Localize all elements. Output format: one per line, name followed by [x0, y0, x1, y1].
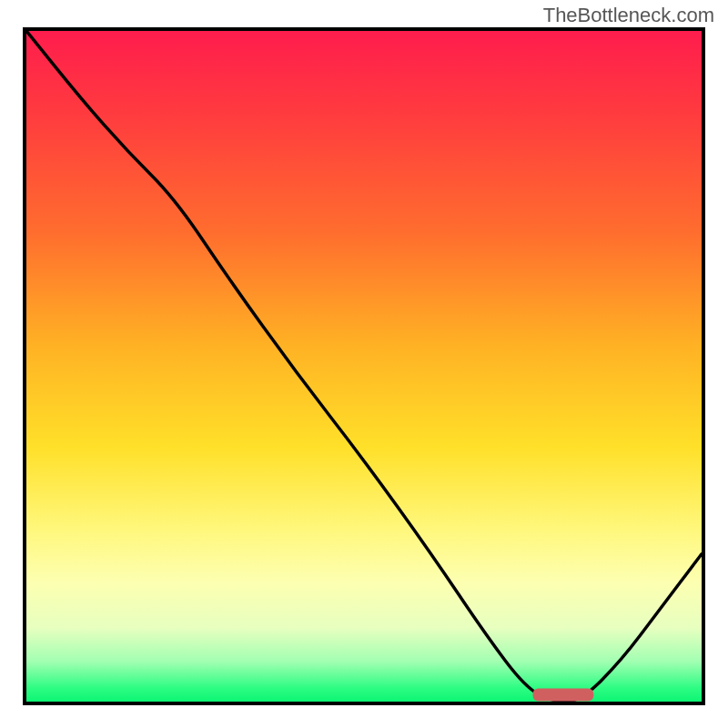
bottleneck-curve	[26, 31, 702, 702]
chart-overlay	[26, 31, 702, 702]
optimal-marker	[533, 689, 594, 702]
chart-container: TheBottleneck.com	[0, 0, 728, 728]
attribution-label: TheBottleneck.com	[543, 4, 714, 27]
plot-area	[23, 27, 705, 705]
